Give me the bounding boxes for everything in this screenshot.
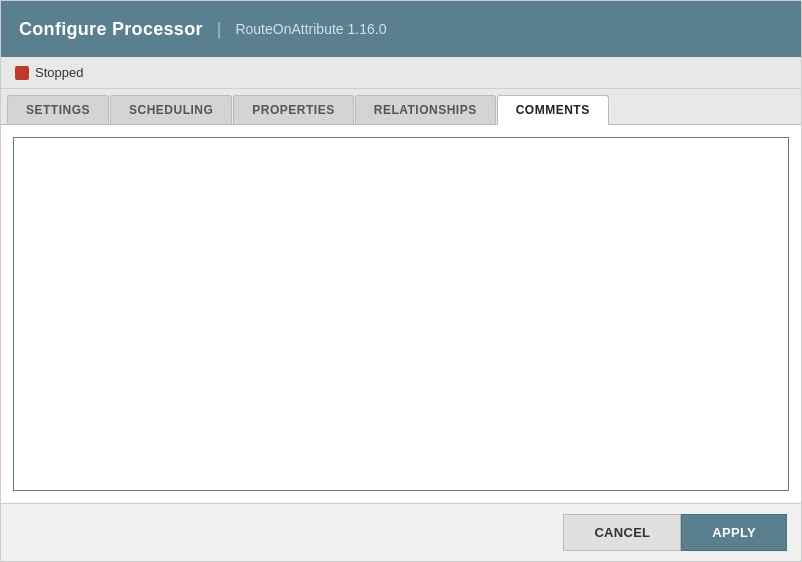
comments-textarea[interactable] — [13, 137, 789, 491]
tab-comments[interactable]: COMMENTS — [497, 95, 609, 125]
tab-scheduling[interactable]: SCHEDULING — [110, 95, 232, 124]
configure-processor-dialog: Configure Processor | RouteOnAttribute 1… — [0, 0, 802, 562]
status-label: Stopped — [35, 65, 83, 80]
dialog-subtitle: RouteOnAttribute 1.16.0 — [235, 21, 386, 37]
dialog-header: Configure Processor | RouteOnAttribute 1… — [1, 1, 801, 57]
tab-settings[interactable]: SETTINGS — [7, 95, 109, 124]
cancel-button[interactable]: CANCEL — [563, 514, 681, 551]
dialog-separator: | — [217, 19, 222, 40]
apply-button[interactable]: APPLY — [681, 514, 787, 551]
stopped-indicator — [15, 66, 29, 80]
tab-relationships[interactable]: RELATIONSHIPS — [355, 95, 496, 124]
tab-properties[interactable]: PROPERTIES — [233, 95, 353, 124]
tabs-bar: SETTINGS SCHEDULING PROPERTIES RELATIONS… — [1, 89, 801, 125]
tab-content-comments — [1, 125, 801, 503]
dialog-footer: CANCEL APPLY — [1, 503, 801, 561]
status-bar: Stopped — [1, 57, 801, 89]
dialog-title: Configure Processor — [19, 19, 203, 40]
